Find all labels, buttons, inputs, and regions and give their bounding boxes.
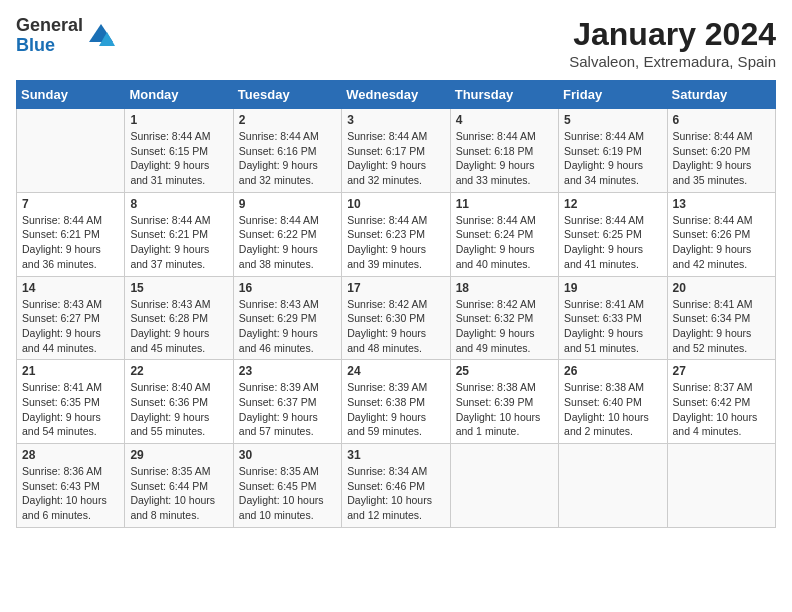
day-number: 27 (673, 364, 770, 378)
day-info: Sunrise: 8:41 AMSunset: 6:35 PMDaylight:… (22, 380, 119, 439)
weekday-header: Saturday (667, 81, 775, 109)
logo: General Blue (16, 16, 115, 56)
day-info: Sunrise: 8:43 AMSunset: 6:29 PMDaylight:… (239, 297, 336, 356)
day-number: 8 (130, 197, 227, 211)
weekday-header: Wednesday (342, 81, 450, 109)
day-number: 15 (130, 281, 227, 295)
day-number: 17 (347, 281, 444, 295)
day-number: 12 (564, 197, 661, 211)
day-number: 25 (456, 364, 553, 378)
weekday-header: Thursday (450, 81, 558, 109)
weekday-header: Friday (559, 81, 667, 109)
day-info: Sunrise: 8:44 AMSunset: 6:19 PMDaylight:… (564, 129, 661, 188)
calendar-cell: 14Sunrise: 8:43 AMSunset: 6:27 PMDayligh… (17, 276, 125, 360)
calendar-cell: 15Sunrise: 8:43 AMSunset: 6:28 PMDayligh… (125, 276, 233, 360)
day-info: Sunrise: 8:44 AMSunset: 6:23 PMDaylight:… (347, 213, 444, 272)
day-info: Sunrise: 8:40 AMSunset: 6:36 PMDaylight:… (130, 380, 227, 439)
day-number: 2 (239, 113, 336, 127)
day-number: 10 (347, 197, 444, 211)
calendar-cell: 18Sunrise: 8:42 AMSunset: 6:32 PMDayligh… (450, 276, 558, 360)
day-info: Sunrise: 8:44 AMSunset: 6:22 PMDaylight:… (239, 213, 336, 272)
day-number: 4 (456, 113, 553, 127)
day-info: Sunrise: 8:38 AMSunset: 6:40 PMDaylight:… (564, 380, 661, 439)
calendar-cell: 5Sunrise: 8:44 AMSunset: 6:19 PMDaylight… (559, 109, 667, 193)
calendar-cell: 28Sunrise: 8:36 AMSunset: 6:43 PMDayligh… (17, 444, 125, 528)
day-number: 21 (22, 364, 119, 378)
day-number: 26 (564, 364, 661, 378)
day-info: Sunrise: 8:44 AMSunset: 6:21 PMDaylight:… (22, 213, 119, 272)
day-number: 23 (239, 364, 336, 378)
calendar-cell: 26Sunrise: 8:38 AMSunset: 6:40 PMDayligh… (559, 360, 667, 444)
calendar-cell: 7Sunrise: 8:44 AMSunset: 6:21 PMDaylight… (17, 192, 125, 276)
calendar-cell: 30Sunrise: 8:35 AMSunset: 6:45 PMDayligh… (233, 444, 341, 528)
weekday-header: Tuesday (233, 81, 341, 109)
calendar-week-row: 21Sunrise: 8:41 AMSunset: 6:35 PMDayligh… (17, 360, 776, 444)
calendar-cell: 11Sunrise: 8:44 AMSunset: 6:24 PMDayligh… (450, 192, 558, 276)
day-info: Sunrise: 8:44 AMSunset: 6:24 PMDaylight:… (456, 213, 553, 272)
day-number: 28 (22, 448, 119, 462)
day-number: 7 (22, 197, 119, 211)
day-info: Sunrise: 8:44 AMSunset: 6:20 PMDaylight:… (673, 129, 770, 188)
weekday-header: Sunday (17, 81, 125, 109)
day-number: 16 (239, 281, 336, 295)
day-info: Sunrise: 8:44 AMSunset: 6:21 PMDaylight:… (130, 213, 227, 272)
calendar-cell: 21Sunrise: 8:41 AMSunset: 6:35 PMDayligh… (17, 360, 125, 444)
day-info: Sunrise: 8:39 AMSunset: 6:38 PMDaylight:… (347, 380, 444, 439)
calendar-week-row: 1Sunrise: 8:44 AMSunset: 6:15 PMDaylight… (17, 109, 776, 193)
day-number: 5 (564, 113, 661, 127)
day-info: Sunrise: 8:43 AMSunset: 6:28 PMDaylight:… (130, 297, 227, 356)
day-info: Sunrise: 8:41 AMSunset: 6:34 PMDaylight:… (673, 297, 770, 356)
calendar-cell: 8Sunrise: 8:44 AMSunset: 6:21 PMDaylight… (125, 192, 233, 276)
calendar-cell: 20Sunrise: 8:41 AMSunset: 6:34 PMDayligh… (667, 276, 775, 360)
calendar-cell: 16Sunrise: 8:43 AMSunset: 6:29 PMDayligh… (233, 276, 341, 360)
calendar-week-row: 7Sunrise: 8:44 AMSunset: 6:21 PMDaylight… (17, 192, 776, 276)
calendar-cell: 19Sunrise: 8:41 AMSunset: 6:33 PMDayligh… (559, 276, 667, 360)
calendar-cell: 1Sunrise: 8:44 AMSunset: 6:15 PMDaylight… (125, 109, 233, 193)
day-number: 30 (239, 448, 336, 462)
day-info: Sunrise: 8:41 AMSunset: 6:33 PMDaylight:… (564, 297, 661, 356)
day-number: 31 (347, 448, 444, 462)
calendar-cell (17, 109, 125, 193)
location-subtitle: Salvaleon, Extremadura, Spain (569, 53, 776, 70)
day-number: 22 (130, 364, 227, 378)
calendar-cell (667, 444, 775, 528)
calendar-cell: 3Sunrise: 8:44 AMSunset: 6:17 PMDaylight… (342, 109, 450, 193)
day-info: Sunrise: 8:44 AMSunset: 6:16 PMDaylight:… (239, 129, 336, 188)
day-info: Sunrise: 8:34 AMSunset: 6:46 PMDaylight:… (347, 464, 444, 523)
calendar-cell: 10Sunrise: 8:44 AMSunset: 6:23 PMDayligh… (342, 192, 450, 276)
calendar-cell: 24Sunrise: 8:39 AMSunset: 6:38 PMDayligh… (342, 360, 450, 444)
day-info: Sunrise: 8:35 AMSunset: 6:44 PMDaylight:… (130, 464, 227, 523)
logo-general: General (16, 16, 83, 36)
calendar-cell: 2Sunrise: 8:44 AMSunset: 6:16 PMDaylight… (233, 109, 341, 193)
day-info: Sunrise: 8:44 AMSunset: 6:25 PMDaylight:… (564, 213, 661, 272)
day-info: Sunrise: 8:44 AMSunset: 6:15 PMDaylight:… (130, 129, 227, 188)
day-number: 19 (564, 281, 661, 295)
day-number: 24 (347, 364, 444, 378)
day-number: 6 (673, 113, 770, 127)
calendar-cell: 31Sunrise: 8:34 AMSunset: 6:46 PMDayligh… (342, 444, 450, 528)
day-number: 11 (456, 197, 553, 211)
day-info: Sunrise: 8:42 AMSunset: 6:30 PMDaylight:… (347, 297, 444, 356)
calendar-cell (450, 444, 558, 528)
day-number: 29 (130, 448, 227, 462)
calendar-cell: 27Sunrise: 8:37 AMSunset: 6:42 PMDayligh… (667, 360, 775, 444)
day-info: Sunrise: 8:42 AMSunset: 6:32 PMDaylight:… (456, 297, 553, 356)
day-number: 3 (347, 113, 444, 127)
calendar-cell: 29Sunrise: 8:35 AMSunset: 6:44 PMDayligh… (125, 444, 233, 528)
day-info: Sunrise: 8:44 AMSunset: 6:18 PMDaylight:… (456, 129, 553, 188)
weekday-header: Monday (125, 81, 233, 109)
weekday-header-row: SundayMondayTuesdayWednesdayThursdayFrid… (17, 81, 776, 109)
logo-icon (87, 22, 115, 50)
day-info: Sunrise: 8:36 AMSunset: 6:43 PMDaylight:… (22, 464, 119, 523)
day-info: Sunrise: 8:44 AMSunset: 6:26 PMDaylight:… (673, 213, 770, 272)
calendar-cell (559, 444, 667, 528)
title-section: January 2024 Salvaleon, Extremadura, Spa… (569, 16, 776, 70)
day-number: 9 (239, 197, 336, 211)
calendar-cell: 17Sunrise: 8:42 AMSunset: 6:30 PMDayligh… (342, 276, 450, 360)
day-number: 18 (456, 281, 553, 295)
calendar-cell: 4Sunrise: 8:44 AMSunset: 6:18 PMDaylight… (450, 109, 558, 193)
day-info: Sunrise: 8:37 AMSunset: 6:42 PMDaylight:… (673, 380, 770, 439)
day-number: 1 (130, 113, 227, 127)
day-info: Sunrise: 8:43 AMSunset: 6:27 PMDaylight:… (22, 297, 119, 356)
day-info: Sunrise: 8:35 AMSunset: 6:45 PMDaylight:… (239, 464, 336, 523)
